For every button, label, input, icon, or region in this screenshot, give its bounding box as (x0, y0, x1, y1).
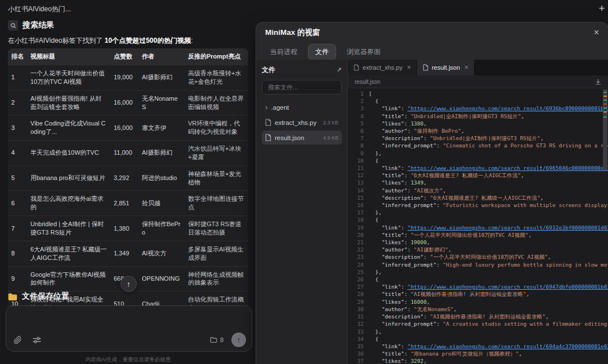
attachment-count[interactable]: 8 (210, 336, 223, 343)
code-line: 1[ (348, 90, 608, 97)
editor-pathbar: result.json (348, 75, 608, 88)
line-content: "link": "https://www.xiaohongshu.com/sea… (369, 224, 608, 231)
attach-button[interactable] (12, 334, 23, 345)
line-number: 28 (348, 290, 369, 298)
external-link-icon[interactable]: ↗ (337, 66, 342, 74)
code-line: 23 "description": "一个人花半天时间做出价值10万的TVC A… (348, 253, 608, 260)
download-icon[interactable] (595, 79, 601, 85)
code-line: 24 "inferred_prompt": "High-end luxury p… (348, 261, 608, 268)
line-content: "link": "https://www.xiaohongshu.com/sea… (369, 283, 608, 290)
file-explorer: 文件 ↗ › .agent extract_xhs.py 2.3 KB (256, 60, 348, 364)
line-content: "author": "AI摄影师幻", (369, 246, 451, 253)
search-results-icon (8, 20, 18, 30)
video-title-cell: 一个人花半天时间做出价值10万的TVC AI视频 (27, 65, 110, 91)
video-title-cell: AI视频创作最强指南! 从封面到运镜全套攻略 (27, 90, 110, 115)
editor-tab-extract-xhs[interactable]: extract_xhs.py × (348, 60, 417, 75)
prompt-highlight-cell: 神秘森林场景+发光植物 (185, 165, 248, 191)
send-button[interactable]: ↑ (231, 332, 246, 347)
scroll-to-top-button[interactable]: ↑ (120, 276, 137, 292)
line-number: 22 (348, 246, 369, 253)
author-cell: AI摄影师幻 (138, 65, 185, 91)
code-line: 20 "title": "一个人花半天时间做出价值10万的TVC AI视频", (348, 231, 608, 239)
minimax-window-panel: MiniMax 的视窗 × 当前进程 文件 浏览器界面 文件 ↗ › (256, 23, 608, 364)
composer: 8 ↑ (6, 305, 252, 352)
folder-name: .agent (271, 104, 289, 111)
column-header: 反推的Prompt亮点 (185, 48, 248, 65)
line-number: 19 (348, 224, 369, 231)
file-size: 2.3 KB (323, 120, 338, 125)
tree-folder-agent[interactable]: › .agent (262, 100, 342, 114)
line-content: "likes": 16000, (369, 298, 430, 305)
code-line: 16 "inferred_prompt": "Futuristic worksp… (348, 201, 608, 209)
line-number: 14 (348, 187, 369, 194)
line-content: "title": "Unbridled|全AI制作|保时捷GT3 RS短片", (369, 113, 524, 120)
line-number: 11 (348, 164, 369, 172)
code-line: 3 "link": "https://www.xiaohongshu.com/s… (348, 105, 608, 112)
panel-body: 文件 ↗ › .agent extract_xhs.py 2.3 KB (256, 60, 608, 364)
tree-file-result-json[interactable]: result.json 4.9 KB (262, 131, 342, 145)
file-tree: › .agent extract_xhs.py 2.3 KB result.js… (262, 100, 342, 145)
tab-browser[interactable]: 浏览器界面 (339, 44, 388, 60)
code-line: 12 "title": "6大AI视频谁是王? 私藏级一人AIGC工作流", (348, 172, 608, 179)
code-line: 22 "author": "AI摄影师幻", (348, 246, 608, 253)
tab-current-process[interactable]: 当前进程 (263, 44, 305, 60)
scrollbar[interactable] (602, 88, 608, 364)
new-tab-button[interactable]: + (596, 2, 608, 15)
line-content: }, (369, 150, 382, 157)
code-line: 8 "inferred_prompt": "Cinematic shot of … (348, 142, 608, 149)
line-number: 9 (348, 150, 369, 157)
code-line: 2 { (348, 97, 608, 105)
message-input[interactable] (13, 311, 245, 331)
explorer-title: 文件 (262, 65, 275, 75)
code-line: 7 "description": "Unbridled|全AI制作|保时捷GT3… (348, 134, 608, 142)
file-search-input[interactable] (267, 83, 337, 91)
table-row: 86大AI视频谁是王? 私藏级一人AIGC工作流1,349AI视次方多屏幕显示A… (8, 241, 248, 266)
code-line: 15 "description": "6大AI视频谁是王? 私藏级一人AIGC工… (348, 194, 608, 201)
settings-sliders-button[interactable] (31, 334, 42, 345)
rank-cell: 6 (8, 191, 27, 216)
line-content: }, (369, 268, 382, 276)
likes-cell: 11,000 (110, 141, 138, 166)
line-number: 23 (348, 253, 369, 260)
line-content: "link": "https://www.xiaohongshu.com/sea… (369, 164, 608, 172)
chevron-right-icon: › (265, 103, 267, 111)
rank-cell: 2 (8, 90, 27, 115)
code-line: 28 "title": "AI视频创作最强指南! 从封面到运镜全套攻略", (348, 290, 608, 298)
search-results-title: 搜索结果 (23, 20, 54, 30)
code-line: 25 }, (348, 268, 608, 276)
code-area[interactable]: 1[2 {3 "link": "https://www.xiaohongshu.… (348, 88, 608, 364)
line-content: "description": "6大AI视频谁是王? 私藏级一人AIGC工作流"… (369, 194, 543, 201)
code-line: 19 "link": "https://www.xiaohongshu.com/… (348, 224, 608, 231)
editor-tab-result-json[interactable]: result.json × (417, 60, 475, 75)
line-number: 4 (348, 113, 369, 120)
tree-file-extract-xhs[interactable]: extract_xhs.py 2.3 KB (262, 115, 342, 129)
author-cell: 塞文齐伊 (138, 115, 185, 141)
app-root: 小红书AIVideo热门... + 搜索结果 在小红书#AIVideo标签下找到… (0, 0, 608, 364)
likes-cell: 16,000 (110, 115, 138, 141)
code-line: 11 "link": "https://www.xiaohongshu.com/… (348, 164, 608, 172)
rank-cell: 3 (8, 115, 27, 141)
code-line: 31 "description": "AI视频创作最强指南! 从封面到运镜全套攻… (348, 313, 608, 320)
line-number: 24 (348, 261, 369, 268)
scrollbar-thumb[interactable] (603, 89, 607, 169)
line-content: "likes": 3292, (369, 357, 427, 364)
summary-prefix: 在小红书#AIVideo标签下找到了 (8, 37, 105, 44)
file-save-header: 文件保存位置 (8, 291, 69, 302)
line-content: "description": "Unbridled|全AI制作|保时捷GT3 R… (369, 134, 544, 142)
close-tab-icon[interactable]: × (407, 64, 411, 71)
close-tab-icon[interactable]: × (464, 64, 468, 71)
line-content: "title": "一个人花半天时间做出价值10万的TVC AI视频", (369, 231, 531, 239)
line-number: 36 (348, 350, 369, 357)
prompt-highlight-cell: 多屏幕显示AI视频生成界面 (185, 241, 248, 266)
table-row: 3Vibe Coding进化成Visual Coding了...16,000塞文… (8, 115, 248, 141)
line-content: { (369, 335, 378, 343)
tab-files[interactable]: 文件 (308, 44, 336, 60)
code-line: 18 { (348, 216, 608, 223)
line-number: 2 (348, 97, 369, 105)
line-content: { (369, 97, 378, 105)
video-title-cell: 用banana pro和可灵做短片 (27, 165, 110, 191)
code-line: 9 }, (348, 150, 608, 157)
close-icon[interactable]: × (594, 28, 599, 37)
code-line: 26 { (348, 276, 608, 283)
author-cell: 阿进的studio (138, 165, 185, 191)
